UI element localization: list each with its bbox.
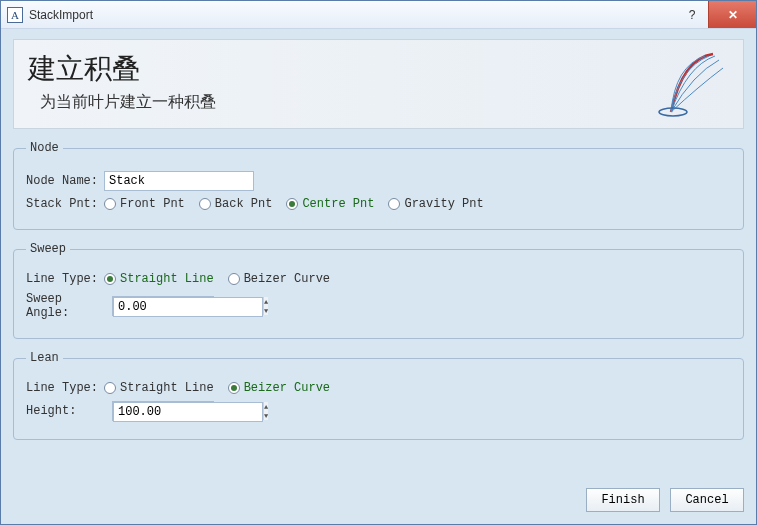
- sweep-line-radio-group: Straight Line Beizer Curve: [104, 272, 330, 286]
- header-panel: 建立积叠 为当前叶片建立一种积叠: [13, 39, 744, 129]
- lean-height-label: Height:: [26, 404, 112, 418]
- footer: Finish Cancel: [13, 476, 744, 512]
- radio-label: Straight Line: [120, 381, 214, 395]
- lean-height-row: Height: ▲ ▼: [26, 401, 731, 421]
- sweep-legend: Sweep: [26, 242, 70, 256]
- radio-sweep-straight[interactable]: Straight Line: [104, 272, 214, 286]
- radio-label: Centre Pnt: [302, 197, 374, 211]
- lean-group: Lean Line Type: Straight Line Beizer Cur…: [13, 351, 744, 440]
- close-icon: ✕: [728, 8, 738, 22]
- radio-dot-icon: [104, 382, 116, 394]
- radio-label: Gravity Pnt: [404, 197, 483, 211]
- spin-down-button[interactable]: ▼: [264, 306, 268, 315]
- client-area: 建立积叠 为当前叶片建立一种积叠 Node Node Name: Stack P…: [1, 29, 756, 524]
- lean-line-row: Line Type: Straight Line Beizer Curve: [26, 381, 731, 395]
- sweep-angle-spinner[interactable]: ▲ ▼: [112, 296, 214, 316]
- spin-up-button[interactable]: ▲: [264, 402, 268, 411]
- radio-lean-straight[interactable]: Straight Line: [104, 381, 214, 395]
- window-buttons: ? ✕: [676, 1, 756, 28]
- radio-dot-icon: [228, 273, 240, 285]
- node-name-label: Node Name:: [26, 174, 104, 188]
- radio-lean-beizer[interactable]: Beizer Curve: [228, 381, 330, 395]
- radio-dot-icon: [388, 198, 400, 210]
- button-label: Finish: [601, 493, 644, 507]
- radio-front-pnt[interactable]: Front Pnt: [104, 197, 185, 211]
- lean-height-spinner[interactable]: ▲ ▼: [112, 401, 214, 421]
- spinner-arrows: ▲ ▼: [263, 402, 268, 420]
- spinner-arrows: ▲ ▼: [263, 297, 268, 315]
- radio-label: Beizer Curve: [244, 381, 330, 395]
- radio-gravity-pnt[interactable]: Gravity Pnt: [388, 197, 483, 211]
- radio-label: Front Pnt: [120, 197, 185, 211]
- radio-label: Beizer Curve: [244, 272, 330, 286]
- sweep-line-row: Line Type: Straight Line Beizer Curve: [26, 272, 731, 286]
- app-icon: A: [7, 7, 23, 23]
- stack-pnt-row: Stack Pnt: Front Pnt Back Pnt Centre Pnt…: [26, 197, 731, 211]
- radio-dot-icon: [104, 198, 116, 210]
- button-label: Cancel: [685, 493, 728, 507]
- radio-label: Back Pnt: [215, 197, 273, 211]
- help-icon: ?: [689, 8, 696, 22]
- stack-pnt-label: Stack Pnt:: [26, 197, 104, 211]
- node-legend: Node: [26, 141, 63, 155]
- header-subtitle: 为当前叶片建立一种积叠: [28, 92, 729, 113]
- spin-down-button[interactable]: ▼: [264, 411, 268, 420]
- lean-height-input[interactable]: [113, 402, 263, 422]
- radio-dot-icon: [199, 198, 211, 210]
- lean-legend: Lean: [26, 351, 63, 365]
- radio-centre-pnt[interactable]: Centre Pnt: [286, 197, 374, 211]
- node-name-row: Node Name:: [26, 171, 731, 191]
- sweep-angle-input[interactable]: [113, 297, 263, 317]
- finish-button[interactable]: Finish: [586, 488, 660, 512]
- header-title: 建立积叠: [28, 50, 729, 88]
- dialog-window: A StackImport ? ✕ 建立积叠 为当前叶片建立一种积叠 Node: [0, 0, 757, 525]
- titlebar: A StackImport ? ✕: [1, 1, 756, 29]
- sweep-line-label: Line Type:: [26, 272, 104, 286]
- node-name-input[interactable]: [104, 171, 254, 191]
- spin-up-button[interactable]: ▲: [264, 297, 268, 306]
- cancel-button[interactable]: Cancel: [670, 488, 744, 512]
- close-button[interactable]: ✕: [708, 1, 756, 28]
- radio-sweep-beizer[interactable]: Beizer Curve: [228, 272, 330, 286]
- lean-line-radio-group: Straight Line Beizer Curve: [104, 381, 330, 395]
- radio-label: Straight Line: [120, 272, 214, 286]
- sweep-angle-label: Sweep Angle:: [26, 292, 112, 320]
- node-group: Node Node Name: Stack Pnt: Front Pnt Bac…: [13, 141, 744, 230]
- sweep-group: Sweep Line Type: Straight Line Beizer Cu…: [13, 242, 744, 339]
- lean-line-label: Line Type:: [26, 381, 104, 395]
- radio-back-pnt[interactable]: Back Pnt: [199, 197, 273, 211]
- radio-dot-icon: [228, 382, 240, 394]
- radio-dot-icon: [286, 198, 298, 210]
- help-button[interactable]: ?: [676, 1, 708, 28]
- stack-pnt-radio-group: Front Pnt Back Pnt Centre Pnt Gravity Pn…: [104, 197, 484, 211]
- window-title: StackImport: [29, 8, 676, 22]
- blade-logo-icon: [653, 46, 733, 120]
- sweep-angle-row: Sweep Angle: ▲ ▼: [26, 292, 731, 320]
- radio-dot-icon: [104, 273, 116, 285]
